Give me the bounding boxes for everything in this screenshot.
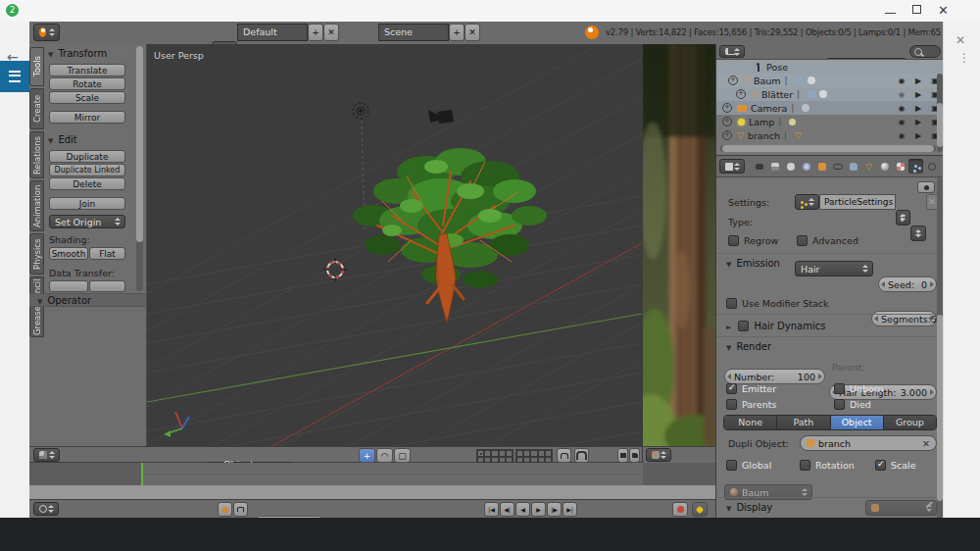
emitter-checkbox[interactable]: Emitter — [726, 381, 776, 395]
jump-end-button[interactable]: ▶| — [563, 502, 577, 517]
eye-icon[interactable]: ◉ — [895, 104, 908, 113]
toolshelf-scrollbar[interactable] — [136, 46, 143, 291]
outliner-row-pose[interactable]: Pose — [716, 60, 943, 74]
tab-animation[interactable]: Animation — [29, 180, 44, 231]
seed-field[interactable]: Seed:0 — [878, 276, 937, 292]
render-as-path[interactable]: Path — [777, 416, 830, 429]
translate-button[interactable]: Translate — [49, 64, 125, 76]
next-keyframe-button[interactable]: |▶ — [547, 502, 562, 517]
panel-render[interactable]: Render — [726, 341, 771, 352]
panel-display[interactable]: Display — [726, 502, 772, 513]
toolshelf-scrollbar-thumb[interactable] — [136, 46, 143, 242]
global-checkbox[interactable]: Global — [726, 458, 771, 472]
lock-icon[interactable] — [557, 448, 571, 463]
parent-field[interactable] — [865, 500, 937, 516]
panel-hair-dynamics[interactable]: Hair Dynamics — [726, 319, 825, 332]
tab-physics[interactable]: Physics — [29, 233, 44, 275]
panel-transform[interactable]: Transform — [48, 48, 107, 59]
unborn-checkbox[interactable]: Unborn — [834, 381, 884, 395]
image-editor[interactable] — [642, 44, 715, 446]
editor-type-dropdown[interactable] — [33, 448, 60, 462]
timeline-tracks[interactable] — [29, 463, 715, 486]
select-arrow-icon[interactable]: ▶ — [911, 118, 925, 126]
delete-layout-button[interactable]: ✕ — [323, 24, 339, 41]
prev-keyframe-button[interactable]: ◀| — [500, 502, 514, 517]
select-arrow-icon[interactable]: ▶ — [911, 104, 925, 113]
minimize-icon[interactable] — [885, 5, 896, 16]
screen-layout-name[interactable]: Default — [237, 24, 308, 41]
maximize-icon[interactable] — [912, 5, 923, 16]
delete-scene-button[interactable]: ✕ — [465, 24, 480, 41]
outliner-vscrollbar[interactable] — [937, 74, 943, 152]
tab-particles-icon[interactable] — [908, 159, 923, 174]
scale-checkbox[interactable]: Scale — [875, 458, 916, 472]
pin-id-button[interactable] — [917, 181, 935, 193]
outliner-search-input[interactable] — [909, 45, 941, 58]
parents-checkbox[interactable]: Parents — [726, 397, 776, 411]
rotate-button[interactable]: Rotate — [49, 77, 125, 90]
outliner-row-camera[interactable]: + Camera| ◉ ▶ ▣ — [716, 101, 943, 115]
advanced-checkbox[interactable]: Advanced — [797, 233, 858, 247]
panel-emission[interactable]: Emission — [726, 258, 780, 269]
play-reverse-button[interactable]: ◀ — [515, 502, 530, 517]
tab-object-icon[interactable] — [814, 159, 829, 174]
play-button[interactable]: ▶ — [531, 502, 546, 517]
timeline-ruler[interactable] — [29, 485, 715, 500]
eye-icon[interactable]: ◉ — [895, 76, 908, 85]
layers-grid-1[interactable] — [476, 449, 514, 464]
opengl-animation-icon[interactable] — [629, 448, 640, 463]
manipulator-rotate-icon[interactable]: ◠ — [376, 448, 393, 463]
expand-icon[interactable]: + — [736, 89, 746, 99]
panel-edit[interactable]: Edit — [48, 134, 77, 145]
expand-icon[interactable]: + — [722, 103, 732, 113]
data-layout-button[interactable] — [89, 280, 125, 292]
duplicate-button[interactable]: Duplicate — [49, 150, 125, 163]
record-button[interactable] — [672, 502, 688, 517]
expand-icon[interactable]: + — [728, 75, 738, 85]
scene-name[interactable]: Scene — [378, 24, 449, 41]
tab-render-layers-icon[interactable] — [767, 159, 782, 174]
join-button[interactable]: Join — [49, 197, 125, 210]
expand-icon[interactable]: + — [722, 117, 732, 126]
select-arrow-icon[interactable]: ▶ — [911, 131, 925, 140]
died-checkbox[interactable]: Died — [834, 397, 871, 411]
outliner-row-branch[interactable]: + ▽ branch| ▽ ◉ ▶ ▣ — [716, 128, 943, 142]
render-as-none[interactable]: None — [724, 416, 777, 429]
rotation-checkbox[interactable]: Rotation — [800, 458, 855, 472]
menu-icon[interactable] — [0, 61, 29, 92]
particle-settings-name[interactable]: ParticleSettings — [819, 194, 896, 210]
lock-icon[interactable] — [233, 502, 248, 517]
add-layout-button[interactable]: + — [308, 24, 323, 41]
tab-render-icon[interactable] — [752, 159, 766, 174]
info-editor-dropdown[interactable] — [33, 24, 60, 41]
opengl-render-icon[interactable] — [617, 448, 628, 463]
select-arrow-icon[interactable]: ▶ — [911, 90, 925, 99]
render-as-group[interactable]: Group — [884, 416, 936, 429]
image-editor-type-dropdown[interactable] — [646, 448, 671, 462]
eye-icon[interactable]: ◉ — [895, 90, 908, 99]
tab-texture-icon[interactable] — [893, 159, 907, 174]
close-icon[interactable]: ✕ — [938, 5, 949, 16]
tab-constraints-icon[interactable] — [830, 159, 845, 174]
add-scene-button[interactable]: + — [449, 24, 465, 41]
tab-material-icon[interactable] — [877, 159, 892, 174]
fake-user-button[interactable]: F — [896, 210, 910, 225]
tab-tools[interactable]: Tools — [29, 47, 44, 86]
particle-settings-browse[interactable] — [795, 194, 819, 210]
snap-magnet-icon[interactable] — [574, 448, 589, 463]
select-arrow-icon[interactable]: ▶ — [911, 76, 925, 85]
tab-modifiers-icon[interactable] — [846, 159, 860, 174]
set-origin-dropdown[interactable]: Set Origin — [49, 215, 125, 228]
viewport-3d[interactable]: User Persp (0) Baum — [147, 44, 642, 446]
dupli-object-field[interactable]: branch ✕ — [800, 435, 937, 451]
tab-data-icon[interactable]: ▽ — [861, 159, 876, 174]
auto-keyframe-button[interactable] — [692, 502, 708, 517]
layers-grid-2[interactable] — [515, 449, 553, 464]
delete-button[interactable]: Delete — [49, 177, 125, 190]
smooth-button[interactable]: Smooth — [49, 247, 88, 260]
render-as-segmented[interactable]: None Path Object Group — [723, 415, 937, 430]
render-as-object[interactable]: Object — [831, 416, 884, 429]
scale-button[interactable]: Scale — [49, 91, 125, 104]
outliner-row-lamp[interactable]: + Lamp| ◉ ▶ ▣ — [716, 115, 943, 128]
operator-panel-header[interactable]: Operator — [29, 293, 146, 307]
